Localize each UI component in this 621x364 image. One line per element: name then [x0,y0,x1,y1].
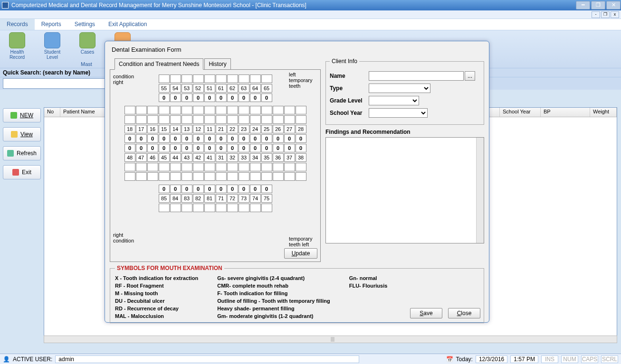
tooth-cell[interactable]: 85 [159,194,170,203]
tooth-cell[interactable]: 17 [136,125,147,133]
tooth-cell[interactable]: 36 [273,153,284,162]
tooth-cell[interactable]: 81 [204,194,215,203]
tooth-cell[interactable]: 0 [227,134,238,143]
tooth-cell[interactable]: 12 [193,125,204,133]
tooth-cell[interactable] [124,115,135,124]
menu-reports[interactable]: Reports [35,19,68,30]
tooth-cell[interactable]: 16 [147,125,158,133]
tooth-cell[interactable]: 14 [170,125,181,133]
col-bp[interactable]: BP [541,108,590,117]
tooth-cell[interactable] [159,172,170,181]
tooth-cell[interactable]: 61 [216,84,227,93]
tooth-cell[interactable]: 0 [239,134,249,143]
tooth-cell[interactable] [182,172,192,181]
ribbon-student-level[interactable]: Student Level [38,32,67,66]
tooth-cell[interactable] [136,172,147,181]
tooth-cell[interactable]: 0 [216,144,227,152]
tooth-cell[interactable]: 0 [273,144,284,152]
tooth-cell[interactable]: 84 [170,194,181,203]
tooth-cell[interactable] [159,115,170,124]
tooth-cell[interactable] [204,163,215,171]
tooth-cell[interactable] [182,115,192,124]
tooth-cell[interactable]: 0 [227,93,238,102]
tooth-cell[interactable] [193,172,204,181]
tooth-cell[interactable] [204,172,215,181]
tooth-cell[interactable] [239,106,249,114]
tooth-cell[interactable]: 0 [284,144,295,152]
tooth-cell[interactable]: 0 [216,185,227,193]
tooth-cell[interactable] [204,204,215,212]
name-input[interactable] [369,71,464,81]
mdi-minimize-button[interactable]: - [592,11,600,18]
tooth-cell[interactable] [261,172,272,181]
view-button[interactable]: View [3,127,41,141]
tooth-cell[interactable]: 62 [227,84,238,93]
tooth-cell[interactable] [193,106,204,114]
tooth-cell[interactable] [296,163,306,171]
tooth-cell[interactable]: 11 [204,125,215,133]
tooth-cell[interactable]: 54 [170,84,181,93]
tooth-cell[interactable] [159,75,170,83]
tooth-cell[interactable]: 0 [159,185,170,193]
tooth-cell[interactable]: 27 [284,125,295,133]
tooth-cell[interactable] [216,75,227,83]
tooth-cell[interactable] [261,204,272,212]
tooth-cell[interactable]: 0 [239,93,249,102]
new-button[interactable]: NEW [3,108,41,122]
tooth-cell[interactable]: 44 [170,153,181,162]
tooth-cell[interactable] [159,204,170,212]
tooth-cell[interactable]: 22 [227,125,238,133]
tooth-cell[interactable] [239,172,249,181]
tooth-cell[interactable] [170,163,181,171]
tooth-cell[interactable]: 0 [136,144,147,152]
tooth-cell[interactable] [239,163,249,171]
tooth-cell[interactable]: 0 [216,93,227,102]
tooth-cell[interactable]: 28 [296,125,306,133]
tooth-cell[interactable]: 35 [261,153,272,162]
tooth-cell[interactable]: 47 [136,153,147,162]
refresh-button[interactable]: Refresh [3,146,41,160]
tooth-cell[interactable]: 0 [204,144,215,152]
tooth-cell[interactable] [124,172,135,181]
grade-level-select[interactable] [369,96,419,105]
tooth-cell[interactable]: 52 [193,84,204,93]
tooth-cell[interactable]: 0 [170,134,181,143]
tooth-cell[interactable]: 21 [216,125,227,133]
tooth-cell[interactable] [239,75,249,83]
tooth-cell[interactable] [182,163,192,171]
tooth-cell[interactable] [227,172,238,181]
tooth-cell[interactable] [170,115,181,124]
tooth-cell[interactable] [216,106,227,114]
tooth-cell[interactable] [124,163,135,171]
tooth-cell[interactable] [193,75,204,83]
ribbon-health-record[interactable]: Health Record [3,32,31,66]
tooth-cell[interactable] [261,106,272,114]
tooth-cell[interactable]: 0 [193,93,204,102]
tooth-cell[interactable]: 24 [250,125,261,133]
close-button[interactable]: Close [448,308,480,318]
tooth-cell[interactable]: 82 [193,194,204,203]
tooth-cell[interactable]: 33 [239,153,249,162]
tooth-cell[interactable]: 0 [182,144,192,152]
tooth-cell[interactable]: 71 [216,194,227,203]
tooth-cell[interactable]: 0 [170,93,181,102]
tooth-cell[interactable]: 41 [204,153,215,162]
tooth-cell[interactable] [250,75,261,83]
tooth-cell[interactable]: 45 [159,153,170,162]
tooth-cell[interactable]: 0 [170,144,181,152]
tooth-cell[interactable] [124,106,135,114]
tooth-cell[interactable]: 0 [296,134,306,143]
col-weight[interactable]: Weight [590,108,617,117]
tooth-cell[interactable] [273,163,284,171]
tooth-cell[interactable]: 37 [284,153,295,162]
tooth-cell[interactable]: 31 [216,153,227,162]
tooth-cell[interactable]: 53 [182,84,192,93]
tooth-cell[interactable] [250,163,261,171]
tooth-cell[interactable]: 64 [250,84,261,93]
tooth-cell[interactable]: 65 [261,84,272,93]
maximize-button[interactable]: ❐ [591,1,605,9]
tooth-cell[interactable]: 0 [227,144,238,152]
tooth-cell[interactable]: 74 [250,194,261,203]
findings-textarea[interactable] [325,137,484,243]
tooth-cell[interactable]: 0 [124,134,135,143]
